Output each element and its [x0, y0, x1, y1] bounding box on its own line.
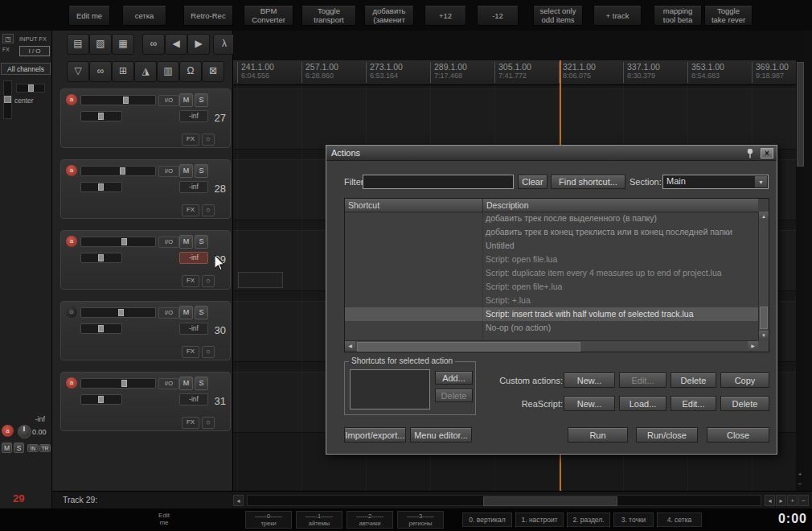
master-mini-fader[interactable]: [3, 80, 12, 119]
bottom-toolbar-button-1[interactable]: 1. настроит: [515, 512, 564, 527]
toolbar-button-retro-rec[interactable]: Retro-Rec: [183, 5, 233, 26]
pan-fader[interactable]: [80, 111, 122, 121]
custom-delete-button[interactable]: Delete: [671, 373, 716, 388]
custom-edit-button[interactable]: Edit...: [619, 373, 666, 388]
new-project-icon[interactable]: ▤: [67, 34, 89, 55]
solo-button[interactable]: S: [195, 235, 208, 249]
scroll-down-icon[interactable]: ▼: [759, 331, 769, 340]
pan-fader[interactable]: [80, 253, 122, 263]
action-row[interactable]: добавить трек после выделенного (в папку…: [345, 212, 758, 225]
filter-icon[interactable]: ▽: [67, 61, 89, 82]
solo-button[interactable]: S: [195, 164, 208, 178]
custom-new-button[interactable]: New...: [564, 373, 615, 388]
action-row[interactable]: Script: +.lua: [345, 294, 758, 307]
fx-button[interactable]: FX: [182, 204, 199, 216]
scrollbar-thumb[interactable]: [797, 62, 804, 167]
fx-enable-button[interactable]: ○: [202, 275, 215, 287]
reascript-edit-button[interactable]: Edit...: [671, 396, 716, 411]
add-shortcut-button[interactable]: Add...: [435, 371, 473, 385]
solo-button[interactable]: S: [195, 377, 208, 390]
clear-button[interactable]: Clear: [518, 175, 547, 189]
dialog-title-bar[interactable]: Actions ×: [326, 146, 777, 161]
toolbar-button-minus-12[interactable]: -12: [477, 5, 519, 26]
import-export-button[interactable]: Import/export...: [344, 427, 406, 442]
mute-button[interactable]: M: [179, 164, 193, 178]
pan-fader[interactable]: [80, 394, 122, 405]
master-input-button[interactable]: IN: [27, 444, 39, 452]
pin-icon[interactable]: [744, 148, 756, 158]
delete-shortcut-button[interactable]: Delete: [435, 389, 473, 402]
record-arm-button[interactable]: a: [66, 165, 77, 176]
toolbar-button-plus-12[interactable]: +12: [424, 5, 466, 26]
peaks-icon[interactable]: ◮: [134, 61, 157, 82]
action-row[interactable]: добавить трек в конец треклиста или в ко…: [345, 225, 758, 239]
io-routing-button[interactable]: I / O: [19, 46, 50, 56]
scroll-right-icon[interactable]: ▶: [748, 341, 758, 352]
scroll-left-icon[interactable]: ◀: [345, 341, 355, 352]
run-button[interactable]: Run: [568, 427, 628, 442]
reascript-delete-button[interactable]: Delete: [720, 396, 769, 411]
vertical-scrollbar[interactable]: + −: [796, 60, 804, 491]
timeline-ruler[interactable]: 241.1.006:04.556 257.1.006:28.860 273.1.…: [233, 60, 804, 85]
bottom-toolbar-button-4[interactable]: 4. сетка: [657, 512, 702, 527]
master-mute-button[interactable]: M: [2, 442, 12, 453]
scroll-right-icon[interactable]: ▸: [776, 495, 786, 506]
list-horizontal-scrollbar[interactable]: ◀ ▶: [345, 340, 758, 352]
mute-button[interactable]: M: [179, 306, 193, 319]
record-arm-button[interactable]: a: [66, 236, 77, 247]
horizontal-scrollbar[interactable]: [247, 495, 761, 506]
menu-editor-button[interactable]: Menu editor...: [410, 427, 472, 442]
toolbar-button-toggle-take-reverse[interactable]: Toggletake rever: [704, 5, 753, 26]
close-icon[interactable]: ×: [761, 148, 773, 158]
toolbar-button-bpm-converter[interactable]: BPMConverter: [244, 5, 293, 26]
toolbar-button-grid[interactable]: сетка: [122, 5, 166, 26]
list-vertical-scrollbar[interactable]: ▲ ▼: [758, 212, 769, 340]
volume-fader[interactable]: [80, 166, 156, 176]
bottom-toolbar-button-0[interactable]: 0. вертикал: [462, 512, 512, 527]
bottom-toolbar-button-envelopes[interactable]: ------2------автчики: [347, 511, 393, 529]
master-solo-button[interactable]: S: [14, 442, 24, 453]
toolbar-button-add-track[interactable]: + track: [593, 5, 642, 26]
reascript-new-button[interactable]: New...: [564, 396, 615, 411]
media-item[interactable]: [238, 272, 283, 288]
record-arm-button[interactable]: o: [66, 307, 77, 318]
action-row[interactable]: Untitled: [345, 239, 758, 253]
io-button[interactable]: I/O: [158, 237, 179, 248]
bottom-edit-me-button[interactable]: Edit me: [146, 512, 182, 526]
column-header-shortcut[interactable]: Shortcut: [348, 199, 379, 212]
ripple-icon[interactable]: ▥: [157, 61, 179, 82]
scroll-left-icon[interactable]: ◂: [233, 495, 244, 506]
volume-fader[interactable]: [80, 95, 156, 105]
custom-copy-button[interactable]: Copy: [720, 373, 769, 388]
bottom-toolbar-button-tracks[interactable]: ------0------треки: [245, 511, 292, 529]
redo-icon[interactable]: ▶: [187, 34, 210, 55]
volume-fader[interactable]: [80, 378, 156, 389]
save-project-icon[interactable]: ▦: [112, 34, 134, 55]
action-row[interactable]: Script: open file+.lua: [345, 280, 758, 294]
envelope-icon[interactable]: λ: [213, 34, 236, 55]
record-arm-button[interactable]: a: [66, 377, 77, 389]
fx-enable-button[interactable]: ○: [202, 346, 215, 358]
bottom-toolbar-button-2[interactable]: 2. раздел.: [567, 512, 610, 527]
record-arm-button[interactable]: a: [66, 94, 77, 105]
grid-icon[interactable]: ⊞: [112, 61, 134, 82]
solo-button[interactable]: S: [195, 93, 208, 107]
monitor-icon[interactable]: ◳: [2, 34, 14, 43]
lock-icon[interactable]: ⊠: [202, 61, 224, 82]
section-dropdown[interactable]: Main ▾: [662, 175, 769, 189]
fx-button[interactable]: FX: [182, 134, 199, 146]
volume-fader[interactable]: [80, 237, 156, 247]
pan-slider[interactable]: [16, 84, 45, 93]
chevron-down-icon[interactable]: ▾: [754, 176, 767, 187]
master-pan-knob[interactable]: [18, 425, 31, 438]
scrollbar-thumb[interactable]: [483, 496, 617, 506]
io-button[interactable]: I/O: [158, 166, 179, 177]
paperclip-icon[interactable]: ∞: [142, 34, 165, 55]
action-row[interactable]: Script: duplicate item every 4 measures …: [345, 266, 758, 280]
group-link-icon[interactable]: ∞: [89, 61, 112, 82]
volume-fader[interactable]: [80, 307, 156, 318]
fx-enable-button[interactable]: ○: [202, 417, 215, 429]
reascript-load-button[interactable]: Load...: [619, 396, 666, 411]
zoom-in-icon[interactable]: +: [796, 470, 804, 479]
column-header-description[interactable]: Description: [482, 199, 529, 212]
